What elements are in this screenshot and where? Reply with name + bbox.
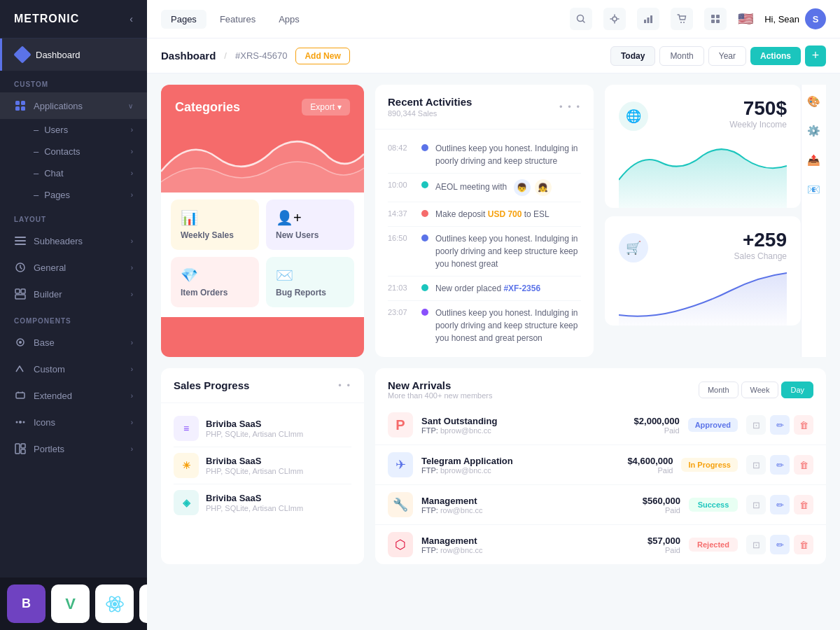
arrival-edit-4[interactable]: ✏ [770,535,790,554]
rs-mail-icon[interactable]: 📧 [804,180,824,200]
new-users-label: New Users [276,230,318,240]
period-month-button[interactable]: Month [659,46,704,66]
topnav-link-apps[interactable]: Apps [269,10,309,29]
arrival-status-2: In Progress [681,458,738,472]
arrival-copy-1[interactable]: ⊡ [746,415,766,435]
arrival-copy-4[interactable]: ⊡ [746,535,766,554]
cat-weekly-sales[interactable]: 📊 Weekly Sales [171,200,259,250]
sidebar-item-applications[interactable]: Applications ∨ [0,92,147,119]
svg-rect-28 [650,15,652,23]
vue-badge[interactable]: V [51,584,90,623]
cat-bug-reports[interactable]: ✉️ Bug Reports [266,257,354,307]
arrival-delete-2[interactable]: 🗑 [794,455,813,475]
icons-nav-icon [14,416,27,428]
categories-card: Categories Export ▾ � [161,85,364,357]
sidebar-item-general[interactable]: General › [0,254,147,281]
builder-label: Builder [34,289,62,300]
top-navbar: Pages Features Apps 🇺🇸 Hi, Sean [147,0,840,38]
language-flag[interactable]: 🇺🇸 [738,11,753,27]
sidebar-item-extended[interactable]: Extended › [0,382,147,409]
arrival-icon-1: P [388,412,413,438]
extended-icon [14,389,27,402]
arrival-ftp-4: FTP: row@bnc.cc [421,546,609,554]
arrivals-tab-day[interactable]: Day [781,382,813,398]
activities-subtitle: 890,344 Sales [388,109,472,118]
svg-rect-32 [716,15,720,18]
angular-badge[interactable]: A [139,584,147,623]
actions-button[interactable]: Actions [750,47,801,65]
sidebar-item-dashboard[interactable]: Dashboard [0,38,147,71]
svg-rect-9 [21,289,25,293]
topnav-icons: 🇺🇸 Hi, Sean S [570,8,826,30]
arrival-copy-2[interactable]: ⊡ [746,455,766,475]
cat-new-users[interactable]: 👤+ New Users [266,200,354,250]
grid-icon-btn[interactable] [704,8,727,30]
sales-change-card: 🛒 +259 Sales Change [605,216,801,326]
add-icon-button[interactable]: + [805,46,826,66]
sidebar-item-builder[interactable]: Builder › [0,281,147,307]
react-badge[interactable] [95,584,134,623]
arrival-edit-2[interactable]: ✏ [770,455,790,475]
applications-icon [14,99,27,112]
sales-progress-title: Sales Progress [174,379,249,391]
arrival-copy-3[interactable]: ⊡ [746,495,766,514]
sidebar-item-icons[interactable]: Icons › [0,409,147,435]
topnav-link-features[interactable]: Features [210,10,265,29]
timeline-item-6: 23:07 Outlines keep you honest. Indulgin… [388,301,581,350]
svg-rect-2 [15,106,20,111]
progress-logo-2: ☀ [174,453,199,478]
network-icon-btn[interactable] [603,8,626,30]
avatar-1: 👦 [514,179,531,196]
arrival-edit-3[interactable]: ✏ [770,495,790,514]
chart-icon-btn[interactable] [637,8,659,30]
builder-icon [14,288,27,300]
arrivals-tab-week[interactable]: Week [741,382,779,398]
activities-timeline: 08:42 Outlines keep you honest. Indulgin… [375,130,594,357]
cat-item-orders[interactable]: 💎 Item Orders [171,257,259,307]
period-today-button[interactable]: Today [610,46,655,66]
sales-progress-menu[interactable]: • • [338,380,351,391]
add-new-button[interactable]: Add New [295,48,349,64]
topnav-links: Pages Features Apps [161,10,309,29]
bootstrap-badge[interactable]: B [7,584,46,623]
sidebar-item-chat[interactable]: –Chat › [0,162,147,184]
arrival-delete-3[interactable]: 🗑 [794,495,813,514]
arrival-edit-1[interactable]: ✏ [770,415,790,435]
arrival-delete-4[interactable]: 🗑 [794,535,813,554]
sidebar-item-portlets[interactable]: Portlets › [0,435,147,462]
export-button[interactable]: Export ▾ [302,99,350,115]
user-menu[interactable]: Hi, Sean S [764,8,826,29]
arrival-status-1: Approved [688,418,738,432]
svg-rect-13 [16,393,24,398]
arrival-delete-1[interactable]: 🗑 [794,415,813,435]
svg-rect-3 [21,106,25,111]
arrival-row-3: 🔧 Management FTP: row@bnc.cc $560,000 Pa… [375,485,826,525]
sidebar-collapse-icon[interactable]: ‹ [130,13,133,24]
cart-icon-btn[interactable] [671,8,693,30]
timeline-item-1: 08:42 Outlines keep you honest. Indulgin… [388,136,581,174]
row-2: Sales Progress • • ≡ Briviba SaaS PHP, S… [161,368,826,564]
sidebar-item-custom[interactable]: Custom › [0,356,147,382]
arrivals-tab-month[interactable]: Month [699,382,738,398]
sidebar-item-contacts[interactable]: –Contacts › [0,141,147,162]
sidebar-item-pages[interactable]: –Pages › [0,184,147,206]
topnav-link-pages[interactable]: Pages [161,10,206,29]
rs-palette-icon[interactable]: 🎨 [804,92,824,111]
search-icon-btn[interactable] [570,8,592,30]
sales-chart [619,270,787,326]
weekly-sales-icon: 📊 [181,209,198,226]
brand-name: METRONIC [14,13,79,25]
sidebar-item-users[interactable]: –Users › [0,119,147,141]
sidebar-item-base[interactable]: Base › [0,329,147,356]
svg-rect-18 [21,444,25,448]
rs-settings-icon[interactable]: ⚙️ [804,121,824,141]
progress-logo-3: ◈ [174,490,199,515]
activities-menu[interactable]: • • • [559,102,581,112]
portlets-icon [14,442,27,455]
svg-rect-19 [21,449,25,454]
rs-send-icon[interactable]: 📤 [804,150,824,170]
svg-rect-26 [644,20,646,23]
period-year-button[interactable]: Year [708,46,746,66]
sidebar-item-subheaders[interactable]: Subheaders › [0,227,147,254]
arrival-actions-4: ⊡ ✏ 🗑 [746,535,813,554]
